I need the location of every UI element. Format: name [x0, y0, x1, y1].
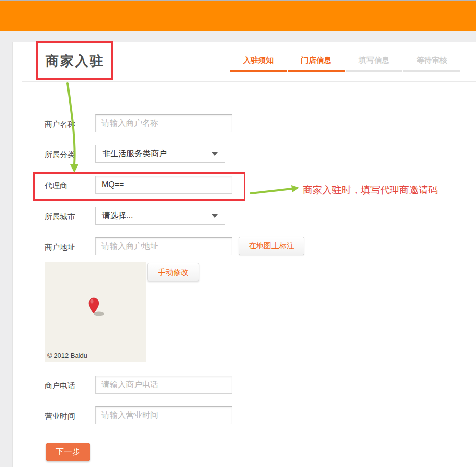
tab-entry-notice[interactable]: 入驻须知: [230, 56, 287, 72]
city-label: 所属城市: [45, 212, 93, 222]
tab-underline: [288, 70, 345, 72]
merchant-name-input[interactable]: [95, 114, 232, 132]
page: 商家入驻 入驻须知 门店信息 填写信息 等待审核 商户名称 所属分类 非生活服务…: [0, 0, 476, 467]
hours-input[interactable]: [95, 406, 232, 424]
phone-input[interactable]: [95, 376, 232, 394]
manual-edit-button[interactable]: 手动修改: [147, 263, 199, 281]
hours-label: 营业时间: [45, 412, 93, 421]
app-header-bar: [0, 1, 476, 31]
map-annotate-button[interactable]: 在地图上标注: [239, 237, 304, 255]
category-select[interactable]: 非生活服务类商户: [95, 145, 225, 163]
next-step-button[interactable]: 下一步: [46, 443, 90, 461]
annotation-note: 商家入驻时，填写代理商邀请码: [303, 184, 438, 197]
map-canvas[interactable]: © 2012 Baidu: [45, 262, 146, 362]
tab-fill-info-label: 填写信息: [359, 56, 389, 64]
tab-store-info-label: 门店信息: [301, 56, 331, 64]
category-selected-value: 非生活服务类商户: [102, 149, 167, 158]
manual-edit-button-label: 手动修改: [158, 268, 189, 277]
annotation-box-agent-row: [33, 172, 245, 201]
phone-label: 商户电话: [45, 381, 93, 391]
tab-await-review[interactable]: 等待审核: [403, 56, 460, 72]
tab-entry-notice-label: 入驻须知: [243, 56, 274, 64]
address-label: 商户地址: [45, 243, 93, 252]
map-attribution: © 2012 Baidu: [47, 352, 87, 359]
tab-await-review-label: 等待审核: [417, 56, 447, 64]
tab-store-info[interactable]: 门店信息: [288, 56, 345, 72]
next-step-button-label: 下一步: [56, 447, 80, 457]
address-input[interactable]: [95, 237, 232, 255]
tab-underline: [403, 70, 460, 72]
header-divider: [22, 81, 476, 82]
annotation-box-title: [36, 41, 113, 80]
chevron-down-icon: [212, 152, 218, 156]
category-label: 所属分类: [45, 150, 93, 160]
city-select[interactable]: 请选择...: [95, 207, 225, 225]
tab-underline: [346, 70, 402, 72]
chevron-down-icon: [212, 214, 218, 218]
tab-underline: [230, 70, 287, 72]
map-annotate-button-label: 在地图上标注: [249, 241, 294, 251]
city-selected-value: 请选择...: [102, 211, 133, 220]
merchant-name-label: 商户名称: [45, 120, 93, 129]
map-pin-icon: [87, 297, 108, 318]
tab-fill-info[interactable]: 填写信息: [346, 56, 402, 72]
